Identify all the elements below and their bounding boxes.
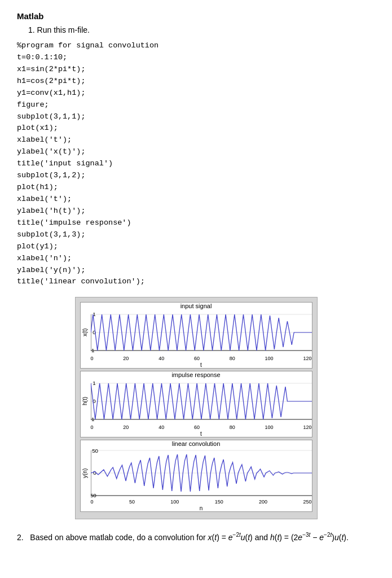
code-block: %program for signal convolution t=0:0.1:… bbox=[17, 40, 375, 288]
subplot-3-xtick-2: 100 bbox=[170, 499, 179, 505]
plot-container: input signal x(t) 1 0 -1 bbox=[75, 297, 318, 519]
subplot-1-xtick-1: 20 bbox=[123, 356, 129, 361]
instruction: 1. Run this m-file. bbox=[28, 25, 375, 34]
subplot-3-xtick-5: 250 bbox=[303, 499, 311, 505]
subplot-1-xlabel: t bbox=[91, 362, 312, 368]
subplot-3-xlabel: n bbox=[91, 505, 312, 511]
subplot-3-xtick-1: 50 bbox=[129, 499, 135, 505]
subplot-3: linear convolution y(n) 50 0 -50 bbox=[80, 440, 312, 512]
subplot-1-xtick-5: 100 bbox=[265, 356, 274, 361]
section-title: Matlab bbox=[17, 11, 375, 21]
subplot-3-xtick-3: 150 bbox=[215, 499, 223, 505]
subplot-1-xtick-4: 80 bbox=[230, 356, 235, 361]
subplot-1-xtick-2: 40 bbox=[158, 356, 164, 361]
subplot-1-ylabel: x(t) bbox=[81, 310, 91, 355]
subplot-2-xtick-6: 120 bbox=[303, 424, 311, 430]
subplot-2-xtick-3: 60 bbox=[194, 424, 200, 430]
subplot-1-xtick-6: 120 bbox=[303, 356, 311, 361]
subplot-3-xtick-0: 0 bbox=[91, 499, 94, 505]
q2-number: 2. Based on above matlab code, do a conv… bbox=[17, 533, 349, 542]
subplot-3-title: linear convolution bbox=[81, 440, 312, 447]
svg-text:-50: -50 bbox=[91, 493, 96, 499]
subplot-1-title: input signal bbox=[81, 303, 312, 309]
svg-text:50: 50 bbox=[92, 448, 98, 454]
svg-text:-1: -1 bbox=[91, 417, 95, 423]
subplot-3-xtick-4: 200 bbox=[259, 499, 267, 505]
subplot-2-title: impulse response bbox=[81, 371, 312, 378]
subplot-2-xtick-1: 20 bbox=[123, 424, 129, 430]
svg-text:-1: -1 bbox=[91, 348, 95, 354]
subplot-2: impulse response h(t) 1 0 -1 bbox=[80, 371, 312, 437]
subplot-2-xtick-0: 0 bbox=[91, 424, 94, 430]
subplot-2-xtick-5: 100 bbox=[265, 424, 274, 430]
subplot-2-xtick-4: 80 bbox=[230, 424, 235, 430]
subplot-2-xtick-2: 40 bbox=[158, 424, 164, 430]
question-2: 2. Based on above matlab code, do a conv… bbox=[17, 531, 375, 544]
subplot-2-xlabel: t bbox=[91, 431, 312, 437]
subplot-3-ylabel: y(n) bbox=[81, 448, 91, 498]
svg-text:1: 1 bbox=[93, 380, 95, 387]
subplot-1: input signal x(t) 1 0 -1 bbox=[80, 302, 312, 369]
subplot-1-xtick-3: 60 bbox=[194, 356, 200, 361]
subplot-1-xtick-0: 0 bbox=[91, 356, 94, 361]
subplot-2-ylabel: h(t) bbox=[81, 379, 91, 424]
